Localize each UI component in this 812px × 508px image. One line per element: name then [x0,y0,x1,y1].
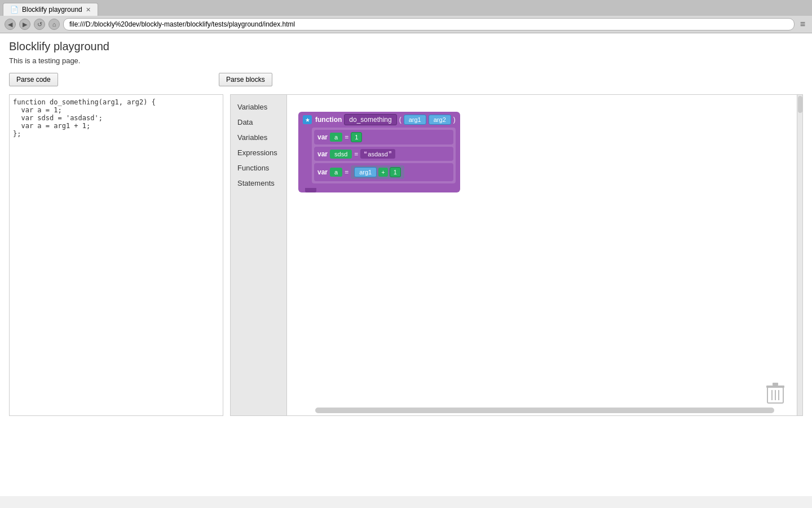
toolbox-item-data[interactable]: Data [231,115,286,130]
toolbox-item-variables[interactable]: Variables [231,130,286,145]
parse-code-button[interactable]: Parse code [9,73,58,86]
string-content: asdasd [368,151,387,157]
close-paren: ) [453,116,456,124]
function-block[interactable]: ★ function do_something ( arg1 arg2 ) [298,112,460,192]
open-quote: ❝ [364,150,367,157]
browser-tab[interactable]: 📄 Blocklify playground ✕ [3,3,98,16]
var-block-2[interactable]: var sdsd = ❝ asdasd ❞ [314,147,453,161]
var-block-1[interactable]: var a = 1 [314,130,453,144]
nav-forward-button[interactable]: ▶ [19,19,30,30]
toolbox-item-statements[interactable]: Statements [231,176,286,191]
toolbox: Variables Data Variables Expressions Fun… [231,95,287,415]
inner-blocks: var a = 1 var sdsd = ❝ [312,128,456,183]
close-quote: ❞ [389,150,392,157]
block-canvas[interactable]: ★ function do_something ( arg1 arg2 ) [287,95,802,415]
string-value-block[interactable]: ❝ asdasd ❞ [360,149,395,159]
arg1-block[interactable]: arg1 [404,115,426,125]
page-title: Blocklify playground [9,40,803,53]
expr-block[interactable]: arg1 + 1 [351,165,404,179]
page-content: Blocklify playground This is a testing p… [0,33,812,496]
tab-favicon: 📄 [10,6,19,14]
var-block-3[interactable]: var a = arg1 + 1 [314,163,453,181]
blocks-container: ★ function do_something ( arg1 arg2 ) [298,112,460,192]
tab-bar: 📄 Blocklify playground ✕ [0,0,812,16]
browser-chrome: 📄 Blocklify playground ✕ ◀ ▶ ↺ ⌂ file://… [0,0,812,33]
num-value-2[interactable]: 1 [390,167,401,177]
tab-title: Blocklify playground [22,6,82,14]
toolbox-item-variables-header[interactable]: Variables [231,99,286,115]
function-name-input[interactable]: do_something [344,114,396,125]
toolbox-item-expressions[interactable]: Expressions [231,145,286,160]
trash-icon[interactable] [765,382,785,404]
tab-close-button[interactable]: ✕ [86,6,91,14]
var-keyword-3: var [317,168,328,176]
canvas-hscroll[interactable] [315,408,774,413]
buttons-row: Parse code Parse blocks [9,73,803,86]
function-keyword: function [315,116,342,124]
var-name-1[interactable]: a [330,133,342,142]
canvas-vscroll-thumb[interactable] [798,96,802,113]
plus-operator: + [378,168,387,177]
url-bar[interactable]: file:///D:/blockly%20dev/blockly-master/… [63,18,795,30]
address-bar: ◀ ▶ ↺ ⌂ file:///D:/blockly%20dev/blockly… [0,16,812,33]
equals-1: = [345,133,348,141]
page-subtitle: This is a testing page. [9,56,803,65]
toolbox-item-functions[interactable]: Functions [231,160,286,176]
svg-rect-1 [766,386,784,388]
var-keyword-2: var [317,150,328,158]
nav-reload-button[interactable]: ↺ [34,19,45,30]
nav-back-button[interactable]: ◀ [5,19,16,30]
arg2-block[interactable]: arg2 [429,115,451,125]
main-layout: function do_something(arg1, arg2) { var … [9,94,803,416]
equals-2: = [354,150,358,158]
block-bottom-notch [305,188,316,192]
num-value-1[interactable]: 1 [351,132,362,142]
parse-blocks-button[interactable]: Parse blocks [219,73,272,86]
code-editor[interactable]: function do_something(arg1, arg2) { var … [9,94,223,416]
var-name-2[interactable]: sdsd [330,150,352,159]
browser-menu-button[interactable]: ≡ [798,19,807,29]
svg-rect-2 [773,383,778,386]
var-name-3[interactable]: a [330,168,342,177]
equals-3: = [345,168,348,176]
open-paren: ( [399,116,401,124]
blockly-area: Variables Data Variables Expressions Fun… [230,94,803,416]
var-keyword-1: var [317,133,328,141]
canvas-vscroll[interactable] [797,95,802,415]
arg1-ref[interactable]: arg1 [354,167,377,177]
function-block-header: ★ function do_something ( arg1 arg2 ) [298,112,460,128]
nav-home-button[interactable]: ⌂ [48,19,60,30]
star-connector: ★ [303,115,312,124]
